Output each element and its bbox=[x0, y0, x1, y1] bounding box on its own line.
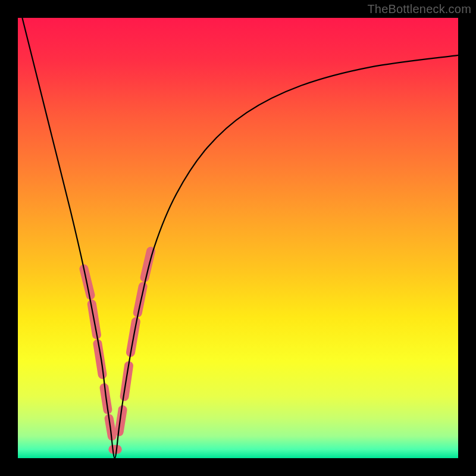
bottleneck-curve bbox=[22, 18, 458, 458]
highlight-dash bbox=[137, 286, 143, 312]
curve-layer bbox=[18, 18, 458, 458]
chart-frame: TheBottleneck.com bbox=[0, 0, 476, 476]
plot-area bbox=[18, 18, 458, 458]
watermark-text: TheBottleneck.com bbox=[367, 2, 471, 16]
highlight-dashes bbox=[84, 251, 151, 449]
